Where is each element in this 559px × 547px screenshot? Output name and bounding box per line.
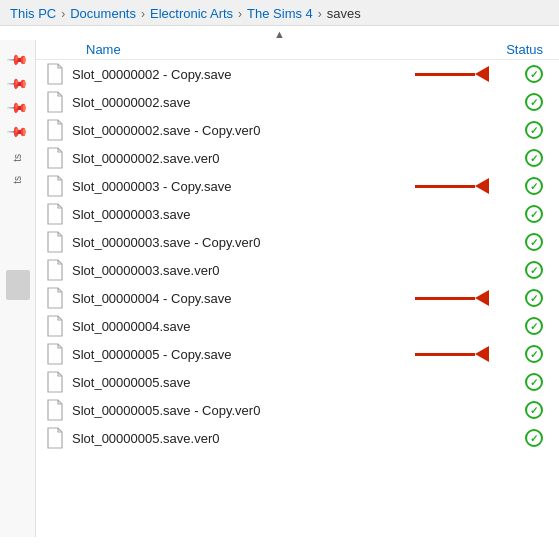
status-badge (525, 65, 543, 83)
file-icon (46, 91, 66, 113)
status-badge (525, 317, 543, 335)
file-icon (46, 315, 66, 337)
sidebar: 📌 📌 📌 📌 ts ts (0, 40, 36, 537)
status-badge (525, 205, 543, 223)
file-icon (46, 203, 66, 225)
breadcrumb-item-1[interactable]: Documents (70, 6, 136, 21)
status-col (491, 93, 551, 111)
status-col (491, 289, 551, 307)
file-icon (46, 63, 66, 85)
table-row[interactable]: Slot_00000003.save (36, 200, 559, 228)
status-badge (525, 261, 543, 279)
status-badge (525, 121, 543, 139)
breadcrumb-sep-0: › (61, 7, 65, 21)
scroll-handle[interactable] (6, 270, 30, 300)
sort-arrow-icon: ▲ (274, 28, 285, 40)
status-col (491, 401, 551, 419)
breadcrumb-sep-3: › (318, 7, 322, 21)
status-col (491, 149, 551, 167)
status-col (491, 233, 551, 251)
arrow-head (475, 290, 489, 306)
table-row[interactable]: Slot_00000002.save.ver0 (36, 144, 559, 172)
status-badge (525, 289, 543, 307)
file-icon (46, 287, 66, 309)
breadcrumb-item-2[interactable]: Electronic Arts (150, 6, 233, 21)
table-row[interactable]: Slot_00000005.save.ver0 (36, 424, 559, 452)
main-container: 📌 📌 📌 📌 ts ts Name Status Slot_00000002 … (0, 40, 559, 537)
table-row[interactable]: Slot_00000005.save - Copy.ver0 (36, 396, 559, 424)
file-name: Slot_00000003.save - Copy.ver0 (72, 235, 491, 250)
pin-icon-4[interactable]: 📌 (5, 118, 30, 143)
table-row[interactable]: Slot_00000003 - Copy.save (36, 172, 559, 200)
breadcrumb-current: saves (327, 6, 361, 21)
file-icon (46, 175, 66, 197)
status-col (491, 121, 551, 139)
status-col (491, 65, 551, 83)
file-list-container[interactable]: Name Status Slot_00000002 - Copy.save Sl… (36, 40, 559, 537)
table-row[interactable]: Slot_00000005 - Copy.save (36, 340, 559, 368)
file-icon (46, 147, 66, 169)
status-col (491, 373, 551, 391)
table-row[interactable]: Slot_00000004 - Copy.save (36, 284, 559, 312)
file-icon (46, 231, 66, 253)
pin-icon-1[interactable]: 📌 (5, 46, 30, 71)
table-row[interactable]: Slot_00000002.save (36, 88, 559, 116)
status-col (491, 317, 551, 335)
sidebar-label-ts-1: ts (12, 154, 23, 162)
file-icon (46, 371, 66, 393)
table-row[interactable]: Slot_00000005.save (36, 368, 559, 396)
status-badge (525, 429, 543, 447)
file-name: Slot_00000003.save.ver0 (72, 263, 491, 278)
file-icon (46, 119, 66, 141)
file-icon (46, 259, 66, 281)
table-row[interactable]: Slot_00000002.save - Copy.ver0 (36, 116, 559, 144)
red-arrow-indicator (415, 346, 489, 362)
file-icon (46, 399, 66, 421)
status-col (491, 345, 551, 363)
file-name: Slot_00000005.save.ver0 (72, 431, 491, 446)
file-name: Slot_00000002.save - Copy.ver0 (72, 123, 491, 138)
red-arrow-indicator (415, 290, 489, 306)
red-arrow-indicator (415, 178, 489, 194)
breadcrumb-sep-2: › (238, 7, 242, 21)
breadcrumb-sep-1: › (141, 7, 145, 21)
status-col (491, 429, 551, 447)
file-icon (46, 427, 66, 449)
col-status-header[interactable]: Status (491, 42, 551, 57)
breadcrumb: This PC›Documents›Electronic Arts›The Si… (0, 0, 559, 26)
pin-icon-2[interactable]: 📌 (5, 70, 30, 95)
status-col (491, 261, 551, 279)
breadcrumb-item-3[interactable]: The Sims 4 (247, 6, 313, 21)
status-badge (525, 233, 543, 251)
col-name-header[interactable]: Name (86, 42, 491, 57)
file-name: Slot_00000005.save (72, 375, 491, 390)
table-row[interactable]: Slot_00000003.save - Copy.ver0 (36, 228, 559, 256)
sidebar-label-ts-2: ts (12, 176, 23, 184)
arrow-head (475, 178, 489, 194)
pin-icon-3[interactable]: 📌 (5, 94, 30, 119)
table-row[interactable]: Slot_00000003.save.ver0 (36, 256, 559, 284)
status-col (491, 177, 551, 195)
status-badge (525, 149, 543, 167)
status-badge (525, 345, 543, 363)
file-icon (46, 343, 66, 365)
file-name: Slot_00000002.save (72, 95, 491, 110)
column-header: Name Status (36, 40, 559, 60)
status-badge (525, 401, 543, 419)
status-badge (525, 177, 543, 195)
arrow-line (415, 297, 475, 300)
arrow-line (415, 73, 475, 76)
status-badge (525, 93, 543, 111)
file-name: Slot_00000004.save (72, 319, 491, 334)
file-list: Slot_00000002 - Copy.save Slot_00000002.… (36, 60, 559, 452)
table-row[interactable]: Slot_00000004.save (36, 312, 559, 340)
arrow-line (415, 185, 475, 188)
sort-bar: ▲ (0, 26, 559, 40)
table-row[interactable]: Slot_00000002 - Copy.save (36, 60, 559, 88)
arrow-line (415, 353, 475, 356)
file-name: Slot_00000003.save (72, 207, 491, 222)
breadcrumb-item-0[interactable]: This PC (10, 6, 56, 21)
file-name: Slot_00000002.save.ver0 (72, 151, 491, 166)
arrow-head (475, 66, 489, 82)
red-arrow-indicator (415, 66, 489, 82)
